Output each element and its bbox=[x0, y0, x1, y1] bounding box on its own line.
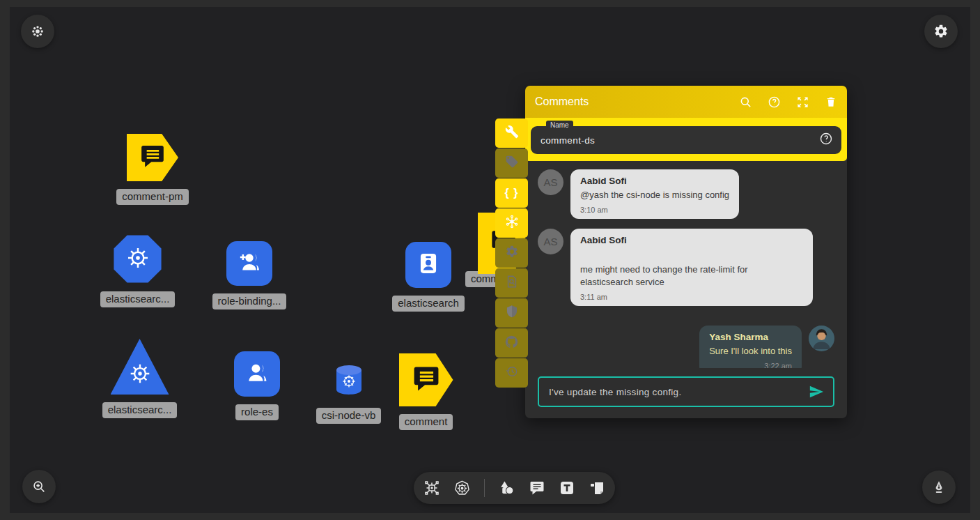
comment-message: AS Aabid Sofi me might need to change th… bbox=[538, 229, 834, 306]
message-time: 3:22 am bbox=[709, 362, 792, 368]
kubernetes-wheel-icon bbox=[334, 364, 364, 399]
message-time: 3:10 am bbox=[580, 206, 729, 214]
name-field-label: Name bbox=[546, 121, 573, 130]
github-icon bbox=[504, 335, 519, 352]
speech-bubble-icon bbox=[138, 142, 167, 173]
comments-panel-header[interactable]: Comments bbox=[525, 86, 847, 118]
node-role-binding[interactable]: role-binding... bbox=[211, 241, 288, 309]
comment-message: AS Aabid Sofi @yash the csi-node is miss… bbox=[538, 169, 834, 219]
avatar: AS bbox=[538, 229, 563, 254]
node-elasticsearch-triangle[interactable]: elasticsearc... bbox=[103, 339, 176, 418]
panel-title: Comments bbox=[535, 95, 739, 108]
message-text: me might need to change the rate-limit f… bbox=[580, 263, 803, 289]
components-icon[interactable] bbox=[423, 480, 440, 496]
configure-tool-button[interactable] bbox=[495, 118, 528, 148]
node-elasticsearch-octagon[interactable]: elasticsearc... bbox=[101, 234, 174, 307]
settings-button[interactable] bbox=[924, 15, 958, 48]
pen-nib-icon bbox=[931, 480, 947, 495]
comment-tool-icon[interactable] bbox=[529, 480, 545, 496]
node-name-section: Name bbox=[525, 118, 847, 161]
role-binding-node-shape bbox=[226, 241, 272, 286]
node-comment-pm[interactable]: comment-pm bbox=[114, 134, 191, 205]
node-label: elasticsearc... bbox=[100, 291, 176, 307]
shapes-icon[interactable] bbox=[498, 480, 515, 497]
search-icon[interactable] bbox=[739, 95, 752, 109]
json-tool-button[interactable]: { } bbox=[495, 178, 528, 208]
comment-thread[interactable]: AS Aabid Sofi @yash the csi-node is miss… bbox=[525, 161, 847, 368]
comment-node-shape bbox=[399, 353, 453, 406]
meshery-logo-icon bbox=[31, 24, 45, 38]
node-label: elasticsearch bbox=[392, 296, 465, 312]
node-label: elasticsearc... bbox=[102, 402, 178, 418]
avatar: AS bbox=[538, 169, 563, 195]
speech-bubble-icon bbox=[410, 363, 442, 397]
send-icon[interactable] bbox=[808, 384, 825, 399]
wrench-icon bbox=[505, 125, 519, 142]
node-label: role-es bbox=[235, 404, 279, 420]
help-icon[interactable] bbox=[768, 95, 781, 109]
comment-input-row bbox=[525, 368, 847, 418]
name-field[interactable]: Name bbox=[531, 126, 841, 154]
inspect-tool-button[interactable] bbox=[495, 268, 528, 298]
toolbar-divider bbox=[484, 479, 485, 497]
kubernetes-wheel-icon bbox=[127, 344, 153, 390]
comment-input[interactable] bbox=[547, 386, 802, 398]
history-tool-button[interactable] bbox=[495, 358, 528, 388]
settings-gear-icon bbox=[933, 24, 949, 39]
name-input[interactable] bbox=[539, 135, 819, 146]
node-action-toolbar: { } bbox=[495, 118, 528, 388]
node-role-es[interactable]: role-es bbox=[222, 351, 292, 420]
note-tool-icon[interactable] bbox=[589, 480, 605, 496]
github-tool-button[interactable] bbox=[495, 328, 528, 358]
expand-icon[interactable] bbox=[796, 95, 809, 109]
node-label: csi-node-vb bbox=[316, 408, 382, 424]
message-text: Sure I'll look into this bbox=[709, 345, 792, 358]
node-elasticsearch[interactable]: elasticsearch bbox=[394, 242, 463, 312]
message-bubble: Aabid Sofi me might need to change the r… bbox=[570, 229, 813, 306]
comment-node-shape bbox=[127, 134, 178, 181]
security-tool-button[interactable] bbox=[495, 298, 528, 328]
kubernetes-icon[interactable] bbox=[453, 480, 471, 497]
gear-icon bbox=[505, 245, 519, 261]
user-icon bbox=[243, 360, 271, 389]
zoom-button[interactable] bbox=[22, 470, 56, 503]
message-author: Yash Sharma bbox=[709, 332, 792, 342]
doc-search-icon bbox=[505, 275, 519, 291]
node-label: comment bbox=[399, 414, 453, 430]
kubernetes-wheel-icon bbox=[124, 244, 152, 275]
id-badge-icon bbox=[415, 250, 442, 280]
message-bubble: Yash Sharma Sure I'll look into this 3:2… bbox=[699, 326, 802, 368]
message-time: 3:11 am bbox=[580, 293, 803, 301]
user-plus-icon bbox=[235, 249, 263, 278]
message-text: @yash the csi-node is missing config bbox=[580, 189, 729, 201]
shield-icon bbox=[505, 305, 519, 321]
history-icon bbox=[505, 365, 519, 381]
kubernetes-triangle-node-shape bbox=[111, 339, 169, 395]
tag-icon bbox=[505, 155, 519, 171]
pen-tool-button[interactable] bbox=[922, 471, 956, 504]
comment-input-wrap[interactable] bbox=[538, 376, 834, 407]
braces-icon: { } bbox=[505, 187, 519, 199]
help-icon[interactable] bbox=[819, 132, 833, 148]
node-comment[interactable]: comment bbox=[389, 353, 462, 430]
app-logo-button[interactable] bbox=[21, 15, 54, 48]
node-label: comment-pm bbox=[116, 189, 189, 205]
message-author: Aabid Sofi bbox=[580, 235, 803, 245]
node-csi-node-vb[interactable]: csi-node-vb bbox=[312, 365, 385, 424]
trash-icon[interactable] bbox=[825, 95, 837, 108]
message-bubble: Aabid Sofi @yash the csi-node is missing… bbox=[570, 169, 739, 219]
zoom-in-icon bbox=[31, 479, 47, 494]
comment-message: Yash Sharma Sure I'll look into this 3:2… bbox=[538, 326, 834, 368]
node-label: role-binding... bbox=[212, 293, 287, 309]
tag-tool-button[interactable] bbox=[495, 148, 528, 178]
kubernetes-node-shape bbox=[113, 234, 162, 284]
text-tool-icon[interactable] bbox=[559, 480, 575, 496]
settings-tool-button[interactable] bbox=[495, 238, 528, 268]
volume-cylinder-node-shape bbox=[334, 365, 364, 398]
mesh-tool-button[interactable] bbox=[495, 208, 528, 238]
design-canvas[interactable]: comment-pm elasticsearc... role-binding.… bbox=[10, 7, 970, 513]
shape-tools-toolbar bbox=[414, 472, 615, 504]
role-node-shape bbox=[234, 351, 280, 397]
message-author: Aabid Sofi bbox=[580, 176, 729, 186]
service-account-node-shape bbox=[405, 242, 451, 288]
